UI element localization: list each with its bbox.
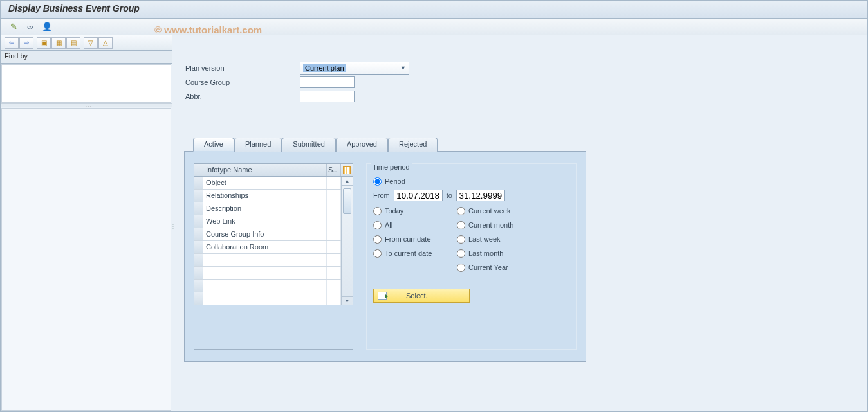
table-row[interactable] xyxy=(194,267,341,280)
title-bar: Display Business Event Group xyxy=(1,1,867,19)
plan-version-value: Current plan xyxy=(303,64,346,72)
radio-current-week[interactable] xyxy=(457,207,465,215)
grid-header: Infotype Name S.. xyxy=(194,164,353,177)
sidebar-splitter[interactable]: · · · · · xyxy=(1,103,172,107)
table-row[interactable]: Object xyxy=(194,177,341,190)
plan-version-select[interactable]: Current plan ▼ xyxy=(300,62,409,75)
table-row[interactable]: Web Link xyxy=(194,215,341,228)
tab-submitted[interactable]: Submitted xyxy=(282,138,336,152)
radio-today[interactable] xyxy=(373,207,382,215)
course-group-label: Course Group xyxy=(184,78,300,86)
nav-forward-icon[interactable]: ⇨ xyxy=(19,37,33,49)
grid-rows: Object Relationships Description Web Lin… xyxy=(194,177,341,305)
cell xyxy=(203,280,327,292)
grid-corner[interactable] xyxy=(194,164,203,176)
table-row[interactable]: Description xyxy=(194,202,341,215)
sidebar-toolbar: ⇦ ⇨ ▣ ▦ ▤ ▽ △ xyxy=(1,35,172,51)
tree-expand-icon[interactable]: ▦ xyxy=(51,37,66,49)
cell xyxy=(203,292,327,305)
tabstrip: Active Planned Submitted Approved Reject… xyxy=(193,136,856,151)
tab-planned[interactable]: Planned xyxy=(234,138,282,152)
radio-last-week-label: Last week xyxy=(468,235,501,243)
grid-col-name[interactable]: Infotype Name xyxy=(203,164,327,176)
object-tree[interactable] xyxy=(1,108,171,411)
grid-config-icon[interactable] xyxy=(343,166,351,174)
tab-approved[interactable]: Approved xyxy=(336,138,388,152)
select-button-label: Select. xyxy=(406,292,428,300)
radio-current-year-label: Current Year xyxy=(468,264,508,271)
to-label: to xyxy=(447,192,452,199)
cell: Collaboration Room xyxy=(203,241,327,253)
infotype-grid: Infotype Name S.. Object Relationships D… xyxy=(194,163,353,350)
radio-to-current-date[interactable] xyxy=(373,249,382,258)
cell xyxy=(203,267,327,279)
cell: Object xyxy=(203,177,327,189)
move-up-icon[interactable]: △ xyxy=(98,37,113,49)
radio-all-label: All xyxy=(385,221,392,229)
cell: Web Link xyxy=(203,215,327,228)
radio-from-curr-date-label: From curr.date xyxy=(385,235,431,243)
glasses-icon[interactable]: ∞ xyxy=(24,21,37,33)
tab-panel: Active Planned Submitted Approved Reject… xyxy=(184,136,856,362)
radio-current-month-label: Current month xyxy=(468,221,513,229)
tab-body: Infotype Name S.. Object Relationships D… xyxy=(184,151,586,362)
select-icon xyxy=(378,292,387,300)
to-date-input[interactable] xyxy=(456,190,505,201)
move-down-icon[interactable]: ▽ xyxy=(84,37,98,49)
tab-active[interactable]: Active xyxy=(193,138,234,152)
radio-current-year[interactable] xyxy=(457,264,465,272)
radio-current-week-label: Current week xyxy=(468,207,510,215)
tab-rejected[interactable]: Rejected xyxy=(388,138,438,152)
from-label: From xyxy=(373,192,390,199)
radio-last-month-label: Last month xyxy=(468,249,503,257)
scroll-up-icon[interactable]: ▲ xyxy=(342,177,353,186)
main-area: ⇦ ⇨ ▣ ▦ ▤ ▽ △ Find by · · · · · ··· Plan… xyxy=(1,35,867,411)
scroll-thumb[interactable] xyxy=(343,188,351,214)
radio-current-month[interactable] xyxy=(457,221,465,229)
findby-label: Find by xyxy=(1,51,172,64)
table-row[interactable]: Course Group Info xyxy=(194,228,341,241)
findby-list[interactable] xyxy=(1,64,171,103)
grid-scrollbar[interactable]: ▲ ▼ xyxy=(341,177,353,305)
radio-last-week[interactable] xyxy=(457,235,465,244)
cell: Description xyxy=(203,202,327,215)
plan-version-label: Plan version xyxy=(184,64,300,72)
radio-period-label: Period xyxy=(385,177,405,185)
cell xyxy=(203,254,327,266)
sidebar: ⇦ ⇨ ▣ ▦ ▤ ▽ △ Find by · · · · · xyxy=(1,35,172,411)
radio-from-curr-date[interactable] xyxy=(373,235,382,244)
radio-period[interactable] xyxy=(373,177,382,186)
vertical-splitter[interactable]: ··· xyxy=(172,224,175,243)
app-toolbar: ✎ ∞ 👤 xyxy=(1,19,867,35)
abbr-label: Abbr. xyxy=(184,93,300,100)
time-period-group: Time period Period From to Today Cu xyxy=(366,163,577,350)
chevron-down-icon: ▼ xyxy=(400,65,406,71)
radio-last-month[interactable] xyxy=(457,249,465,258)
grid-col-s[interactable]: S.. xyxy=(327,164,341,176)
select-button[interactable]: Select. xyxy=(373,289,470,303)
table-row[interactable]: Collaboration Room xyxy=(194,241,341,254)
page-title: Display Business Event Group xyxy=(8,3,860,13)
table-row[interactable] xyxy=(194,292,341,305)
table-row[interactable] xyxy=(194,254,341,267)
table-row[interactable] xyxy=(194,280,341,292)
content-area: ··· Plan version Current plan ▼ Course G… xyxy=(172,35,867,411)
nav-back-icon[interactable]: ⇦ xyxy=(5,37,19,49)
course-group-input[interactable] xyxy=(300,76,355,88)
cell: Relationships xyxy=(203,190,327,202)
from-date-input[interactable] xyxy=(394,190,443,201)
wand-icon[interactable]: ✎ xyxy=(7,21,20,33)
cell: Course Group Info xyxy=(203,228,327,240)
radio-all[interactable] xyxy=(373,221,382,229)
scroll-down-icon[interactable]: ▼ xyxy=(342,296,353,305)
tree-collapse-icon[interactable]: ▤ xyxy=(66,37,80,49)
abbr-input[interactable] xyxy=(300,91,355,102)
radio-today-label: Today xyxy=(385,207,403,215)
radio-to-current-date-label: To current date xyxy=(385,249,432,257)
tree-expand-all-icon[interactable]: ▣ xyxy=(37,37,51,49)
person-icon[interactable]: 👤 xyxy=(41,21,53,33)
table-row[interactable]: Relationships xyxy=(194,190,341,202)
time-period-title: Time period xyxy=(371,163,412,171)
